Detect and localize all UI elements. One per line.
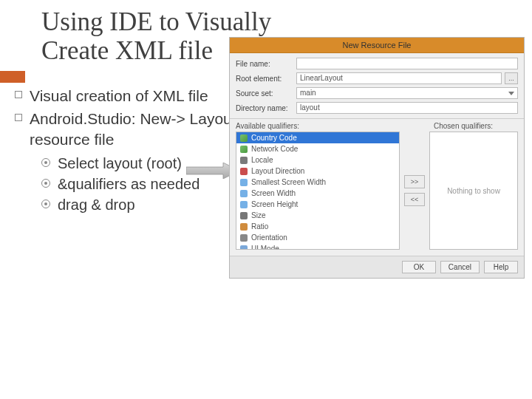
qualifier-transfer-buttons: >> << [404, 132, 425, 250]
qualifiers-header: Available qualifiers: Chosen qualifiers: [230, 119, 524, 132]
remove-qualifier-button[interactable]: << [404, 193, 425, 206]
target-bullet-icon [41, 200, 50, 208]
globe-icon [240, 146, 248, 153]
item-label: Ratio [251, 222, 268, 231]
item-label: UI Mode [251, 245, 279, 250]
ratio-icon [240, 223, 248, 231]
file-name-input[interactable] [296, 58, 518, 69]
target-bullet-icon [41, 158, 50, 167]
square-bullet-icon [15, 114, 22, 121]
globe-icon [240, 134, 248, 142]
target-bullet-icon [41, 179, 50, 188]
square-bullet-icon [15, 91, 22, 98]
sub-bullet-text: &qualifiers as needed [58, 174, 200, 194]
chosen-qualifiers-list[interactable]: Nothing to show [429, 132, 518, 250]
sub-bullet-list: Select layout (root) &qualifiers as need… [41, 154, 259, 214]
qualifier-item-ratio[interactable]: Ratio [236, 221, 399, 232]
item-label: Screen Width [251, 189, 296, 197]
root-element-label: Root element: [236, 75, 296, 83]
qualifier-item-locale[interactable]: Locale [236, 154, 399, 166]
qualifier-item-screen-width[interactable]: Screen Width [236, 188, 399, 199]
sub-bullet-2: &qualifiers as needed [41, 174, 259, 194]
item-label: Country Code [251, 134, 297, 142]
ok-button[interactable]: OK [402, 261, 436, 273]
height-icon [240, 201, 248, 208]
sub-bullet-text: Select layout (root) [58, 154, 182, 173]
title-line-2: Create XML file [41, 36, 213, 65]
help-button[interactable]: Help [484, 261, 518, 273]
empty-list-label: Nothing to show [447, 187, 500, 195]
accent-bar [0, 71, 25, 83]
bullet-list: Visual creation of XML file Android.Stud… [15, 86, 259, 216]
cancel-button[interactable]: Cancel [440, 261, 480, 273]
root-element-input[interactable]: LinearLayout [296, 72, 502, 84]
qualifier-item-smallest-width[interactable]: Smallest Screen Width [236, 177, 399, 188]
width-icon [240, 179, 248, 186]
available-qualifiers-list[interactable]: Country Code Network Code Locale Layout … [236, 132, 400, 250]
qualifier-item-ui-mode[interactable]: UI Mode [236, 243, 399, 250]
direction-icon [240, 168, 248, 175]
root-element-browse-button[interactable]: ... [505, 72, 518, 84]
bullet-2: Android.Studio: New-> Layout resource fi… [15, 109, 259, 149]
item-label: Layout Direction [251, 167, 304, 175]
available-qualifiers-label: Available qualifiers: [236, 122, 409, 130]
qualifiers-body: Country Code Network Code Locale Layout … [230, 132, 524, 256]
dialog-actions: OK Cancel Help [230, 256, 524, 278]
source-set-select[interactable]: main [296, 87, 518, 99]
title-line-1: Using IDE to Visually [41, 7, 271, 36]
qualifier-item-screen-height[interactable]: Screen Height [236, 199, 399, 210]
directory-name-label: Directory name: [236, 104, 296, 112]
bullet-1: Visual creation of XML file [15, 86, 259, 106]
bullet-text: Visual creation of XML file [30, 86, 208, 106]
dialog-form: File name: Root element: LinearLayout ..… [230, 53, 524, 119]
qualifier-item-layout-direction[interactable]: Layout Direction [236, 166, 399, 177]
item-label: Screen Height [251, 200, 298, 208]
new-resource-dialog: New Resource File File name: Root elemen… [229, 37, 525, 279]
directory-name-input[interactable]: layout [296, 102, 518, 114]
sub-bullet-1: Select layout (root) [41, 154, 259, 173]
qualifier-item-size[interactable]: Size [236, 210, 399, 221]
source-set-label: Source set: [236, 89, 296, 98]
sub-bullet-text: drag & drop [58, 195, 135, 214]
locale-icon [240, 157, 248, 164]
width-icon [240, 190, 248, 197]
chosen-qualifiers-label: Chosen qualifiers: [429, 122, 518, 130]
bullet-text: Android.Studio: New-> Layout resource fi… [30, 109, 259, 149]
add-qualifier-button[interactable]: >> [404, 175, 425, 188]
sub-bullet-3: drag & drop [41, 195, 259, 214]
item-label: Network Code [251, 145, 298, 153]
item-label: Locale [251, 156, 273, 164]
qualifier-item-orientation[interactable]: Orientation [236, 232, 399, 243]
ui-mode-icon [240, 245, 248, 250]
size-icon [240, 212, 248, 219]
item-label: Smallest Screen Width [251, 178, 326, 186]
qualifier-item-network-code[interactable]: Network Code [236, 143, 399, 154]
qualifier-item-country-code[interactable]: Country Code [236, 132, 399, 143]
file-name-label: File name: [236, 60, 296, 68]
item-label: Size [251, 211, 265, 219]
dialog-title: New Resource File [230, 38, 524, 53]
orientation-icon [240, 234, 248, 242]
item-label: Orientation [251, 233, 287, 242]
